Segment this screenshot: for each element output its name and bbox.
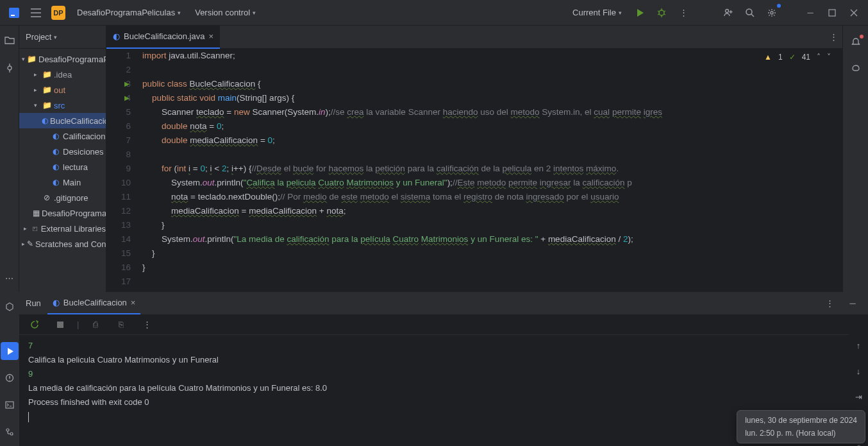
notifications-icon[interactable] [847, 33, 865, 51]
debug-button[interactable] [653, 4, 671, 22]
tree-item[interactable]: ▦DesafioProgramaPeliculas.iml [19, 205, 106, 221]
project-badge: DP [51, 6, 65, 20]
run-config-selector[interactable]: Current File▾ [567, 5, 627, 20]
console-output[interactable]: 7Califica la pelicula Cuatro Matrimonios… [19, 335, 849, 446]
next-icon[interactable]: ˅ [827, 53, 831, 62]
editor-tab[interactable]: ◐ BucleCalificacion.java × [106, 26, 220, 49]
terminal-icon[interactable] [1, 396, 19, 414]
tree-label: .gitignore [54, 193, 88, 203]
vcs-tool-icon[interactable] [1, 423, 19, 441]
ai-icon[interactable] [847, 60, 865, 78]
tab-close-icon[interactable]: × [208, 31, 213, 41]
run-left-toolbar [0, 293, 19, 446]
folder-icon: 📁 [27, 55, 37, 64]
tree-label: DesafioProgramaPeliculas [38, 55, 106, 64]
tree-item[interactable]: ◐Desiciones [19, 144, 106, 159]
code-with-me-icon[interactable] [719, 4, 737, 22]
run-gutter-icon[interactable]: ▶ [124, 91, 129, 105]
up-icon[interactable]: ↑ [849, 336, 867, 354]
run-tool-icon[interactable] [1, 342, 19, 360]
tree-arrow-icon[interactable]: ▸ [31, 87, 40, 93]
editor-tabs: ◐ BucleCalificacion.java × ⋮ [106, 26, 842, 49]
settings-icon[interactable] [763, 4, 781, 22]
tree-item[interactable]: ▸📁.idea [19, 67, 106, 82]
tree-arrow-icon[interactable]: ▸ [31, 71, 40, 78]
lib-icon: ⏍ [31, 224, 39, 233]
build-icon[interactable] [1, 298, 19, 316]
tree-item[interactable]: ◐Main [19, 175, 106, 190]
class-icon: ◐ [51, 178, 61, 187]
tree-arrow-icon[interactable]: ▸ [22, 241, 25, 247]
tree-label: src [54, 101, 65, 110]
svg-rect-1 [11, 15, 15, 16]
tree-arrow-icon[interactable]: ▾ [22, 56, 25, 62]
cursor [28, 412, 29, 422]
chevron-down-icon: ▾ [619, 10, 622, 16]
camera-icon[interactable]: ⎙ [87, 316, 104, 334]
tree-label: External Libraries [41, 224, 106, 234]
tree-item[interactable]: ◐lectura [19, 159, 106, 175]
run-button[interactable] [631, 4, 649, 22]
tree-item[interactable]: ▾📁src [19, 98, 106, 113]
project-selector[interactable]: DesafioProgramaPeliculas▾ [72, 5, 186, 20]
down-icon[interactable]: ↓ [849, 362, 867, 380]
tools-more-icon[interactable]: ⋮ [138, 316, 156, 334]
svg-point-10 [6, 429, 9, 431]
tree-item[interactable]: ⊘.gitignore [19, 190, 106, 205]
tree-label: Main [63, 178, 81, 187]
run-more-icon[interactable]: ⋮ [821, 295, 839, 313]
run-gutter-icon[interactable]: ▶ [124, 77, 129, 91]
tree-arrow-icon[interactable]: ▸ [22, 225, 29, 232]
minimize-icon[interactable]: ─ [801, 4, 819, 22]
datetime-tooltip: lunes, 30 de septiembre de 2024 lun. 2:5… [737, 410, 865, 443]
commit-icon[interactable] [1, 59, 19, 77]
tree-item[interactable]: ▸✎Scratches and Consoles [19, 236, 106, 252]
rerun-icon[interactable] [26, 316, 44, 334]
chevron-down-icon: ▾ [178, 10, 181, 16]
more-icon[interactable]: ⋮ [674, 4, 692, 22]
prev-icon[interactable]: ˄ [817, 53, 821, 62]
iml-icon: ▦ [33, 209, 40, 218]
vcs-selector[interactable]: Version control▾ [190, 5, 261, 20]
svg-point-2 [659, 10, 664, 15]
folder-src-icon: 📁 [42, 101, 52, 110]
run-header: Run ◐ BucleCalificacion × ⋮ ─ [19, 293, 868, 314]
tab-close-icon[interactable]: × [131, 298, 136, 307]
search-icon[interactable] [741, 4, 759, 22]
tree-item[interactable]: ◐BucleCalificacion [19, 113, 106, 128]
structure-icon[interactable]: ⋯ [1, 269, 19, 287]
run-tab[interactable]: ◐ BucleCalificacion × [47, 293, 141, 314]
tab-filename: BucleCalificacion.java [124, 31, 204, 41]
scratch-icon: ✎ [27, 239, 33, 248]
tree-item[interactable]: ▸📁out [19, 82, 106, 98]
main-area: ⋯ Project▾ ▾📁DesafioProgramaPeliculas▸📁.… [0, 26, 868, 292]
exit-icon[interactable]: ⎘ [112, 316, 130, 334]
tree-item[interactable]: ▸⏍External Libraries [19, 221, 106, 236]
code-area[interactable]: 12 3▶ 4▶ 567891011121314151617 import ja… [106, 49, 842, 292]
class-icon: ◐ [51, 132, 61, 141]
class-icon: ◐ [42, 116, 48, 125]
maximize-icon[interactable] [823, 4, 841, 22]
ignore-icon: ⊘ [42, 193, 52, 202]
problems-icon[interactable] [1, 369, 19, 387]
tree-item[interactable]: ◐Calificacion [19, 128, 106, 144]
inspection-widget[interactable]: ▲1 ✓41 ˄ ˅ [764, 53, 831, 62]
tree-arrow-icon[interactable]: ▾ [31, 102, 40, 108]
close-icon[interactable] [845, 4, 863, 22]
wrap-icon[interactable]: ⇥ [849, 388, 867, 406]
editor: ◐ BucleCalificacion.java × ⋮ ▲1 ✓41 ˄ ˅ … [106, 26, 842, 292]
tree-item[interactable]: ▾📁DesafioProgramaPeliculas [19, 51, 106, 67]
hide-icon[interactable]: ─ [844, 295, 862, 313]
project-panel: Project▾ ▾📁DesafioProgramaPeliculas▸📁.id… [19, 26, 106, 292]
project-header[interactable]: Project▾ [19, 26, 106, 49]
project-tool-icon[interactable] [1, 31, 19, 49]
tree-label: Calificacion [63, 132, 105, 141]
editor-more-icon[interactable]: ⋮ [824, 28, 842, 46]
stop-icon[interactable] [51, 316, 69, 334]
app-icon[interactable] [5, 4, 23, 22]
code-content[interactable]: import java.util.Scanner; public class B… [142, 49, 842, 292]
svg-rect-12 [57, 322, 63, 328]
hamburger-icon[interactable] [27, 4, 45, 22]
svg-point-7 [8, 66, 12, 70]
tree-label: BucleCalificacion [50, 116, 106, 126]
